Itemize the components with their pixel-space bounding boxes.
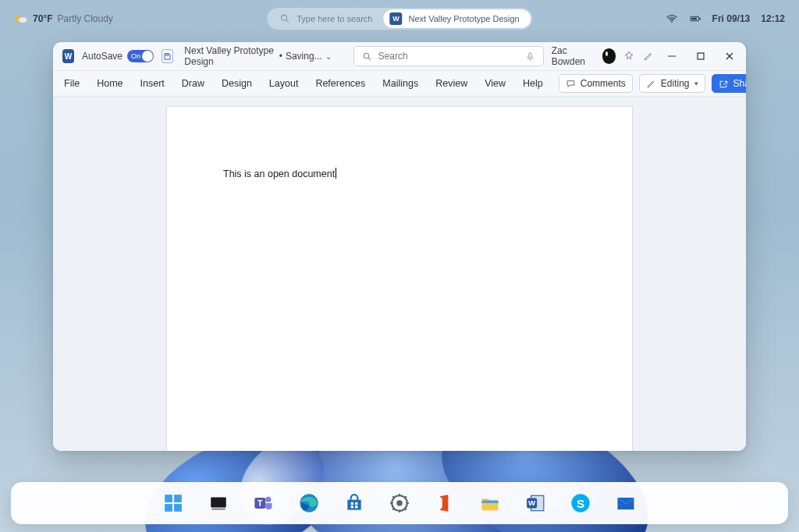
autosave-toggle[interactable]: On xyxy=(127,50,154,62)
desktop-top-bar: 70°F Partly Cloudy Type here to search W… xyxy=(0,8,799,30)
explorer-icon[interactable] xyxy=(478,491,502,515)
svg-rect-26 xyxy=(351,502,353,505)
editing-button[interactable]: Editing ▾ xyxy=(639,74,705,93)
autosave-state: On xyxy=(127,52,140,60)
svg-point-4 xyxy=(671,21,673,23)
tab-file[interactable]: File xyxy=(62,75,81,92)
maximize-button[interactable] xyxy=(691,45,712,67)
title-search[interactable]: Search xyxy=(353,46,544,66)
start-button[interactable] xyxy=(162,491,185,515)
svg-rect-17 xyxy=(174,495,182,502)
minimize-button[interactable] xyxy=(662,45,683,67)
svg-rect-40 xyxy=(482,501,499,504)
chevron-down-icon: ▾ xyxy=(694,80,698,87)
document-page[interactable]: This is an open document xyxy=(166,106,633,451)
desktop-task-pill[interactable]: W Next Valley Prototype Design xyxy=(383,9,530,28)
svg-rect-6 xyxy=(699,18,700,20)
svg-rect-27 xyxy=(355,502,357,505)
tab-mailings[interactable]: Mailings xyxy=(381,75,420,92)
svg-rect-19 xyxy=(174,504,182,512)
weather-desc: Partly Cloudy xyxy=(57,13,112,24)
comments-button[interactable]: Comments xyxy=(559,74,633,93)
weather-widget[interactable]: 70°F Partly Cloudy xyxy=(14,12,113,26)
svg-text:T: T xyxy=(257,498,263,508)
tab-home[interactable]: Home xyxy=(95,75,124,92)
desktop-time[interactable]: 12:12 xyxy=(761,13,785,24)
skype-icon[interactable]: S xyxy=(569,491,592,515)
mail-icon[interactable] xyxy=(614,491,637,515)
weather-temp: 70°F xyxy=(33,13,52,24)
weather-icon xyxy=(14,12,28,26)
mic-icon[interactable] xyxy=(525,51,535,62)
svg-rect-11 xyxy=(529,52,531,57)
svg-rect-21 xyxy=(211,509,225,510)
chevron-down-icon: ⌄ xyxy=(325,52,332,61)
svg-rect-7 xyxy=(691,18,697,20)
share-button[interactable]: Share ▾ xyxy=(712,74,747,93)
search-icon xyxy=(279,13,290,24)
task-view-button[interactable] xyxy=(207,491,230,515)
tab-design[interactable]: Design xyxy=(220,75,254,92)
settings-icon[interactable] xyxy=(388,491,411,515)
autosave-control[interactable]: AutoSave On xyxy=(82,50,154,62)
desktop-search[interactable]: Type here to search xyxy=(268,9,383,28)
tab-view[interactable]: View xyxy=(483,75,507,92)
account-name: Zac Bowden xyxy=(552,45,598,67)
svg-rect-16 xyxy=(165,495,172,502)
document-title-group[interactable]: Next Valley Prototype Design • Saving...… xyxy=(184,45,331,67)
svg-point-9 xyxy=(364,53,369,59)
tab-review[interactable]: Review xyxy=(434,75,469,92)
edge-icon[interactable] xyxy=(297,491,321,515)
svg-point-24 xyxy=(265,497,271,502)
close-button[interactable] xyxy=(719,45,740,67)
svg-line-10 xyxy=(368,58,371,60)
svg-rect-18 xyxy=(165,504,172,512)
document-area[interactable]: This is an open document xyxy=(53,97,746,451)
svg-point-2 xyxy=(282,15,287,20)
teams-icon[interactable]: T xyxy=(252,491,275,515)
document-body-text: This is an open document xyxy=(223,168,335,179)
save-icon[interactable] xyxy=(162,49,173,63)
desktop-search-task: Type here to search W Next Valley Protot… xyxy=(267,8,532,30)
tab-insert[interactable]: Insert xyxy=(139,75,166,92)
copilot-icon[interactable] xyxy=(623,50,634,62)
svg-point-1 xyxy=(19,17,27,23)
word-icon: W xyxy=(389,12,402,25)
document-status: Saving... xyxy=(286,51,322,62)
svg-line-39 xyxy=(392,509,394,510)
svg-rect-29 xyxy=(355,505,357,508)
svg-rect-20 xyxy=(211,497,226,507)
tab-layout[interactable]: Layout xyxy=(268,75,300,92)
svg-line-3 xyxy=(286,20,289,23)
battery-icon[interactable] xyxy=(689,12,701,25)
pen-icon[interactable] xyxy=(643,50,654,62)
taskbar: T W S xyxy=(11,482,788,524)
avatar xyxy=(602,48,616,64)
svg-rect-13 xyxy=(698,53,704,59)
text-cursor xyxy=(336,168,336,179)
comment-icon xyxy=(566,79,576,89)
desktop-task-label: Next Valley Prototype Design xyxy=(408,14,519,23)
store-icon[interactable] xyxy=(343,491,366,515)
office-icon[interactable] xyxy=(433,491,456,515)
word-window: W AutoSave On Next Valley Prototype Desi… xyxy=(53,42,746,451)
ribbon: File Home Insert Draw Design Layout Refe… xyxy=(53,70,746,97)
word-app-icon: W xyxy=(62,49,74,63)
desktop-search-placeholder: Type here to search xyxy=(297,14,372,23)
tab-references[interactable]: References xyxy=(314,75,367,92)
titlebar: W AutoSave On Next Valley Prototype Desi… xyxy=(53,42,746,70)
wifi-icon[interactable] xyxy=(666,12,678,25)
autosave-label: AutoSave xyxy=(82,51,123,62)
account-button[interactable]: Zac Bowden xyxy=(552,45,616,67)
desktop-date[interactable]: Fri 09/13 xyxy=(712,13,751,24)
word-taskbar-icon[interactable]: W xyxy=(524,491,547,515)
search-icon xyxy=(362,51,372,62)
svg-point-31 xyxy=(396,500,403,506)
tab-draw[interactable]: Draw xyxy=(180,75,206,92)
svg-text:W: W xyxy=(528,498,536,507)
svg-rect-28 xyxy=(351,505,353,508)
svg-line-37 xyxy=(405,509,407,510)
tab-help[interactable]: Help xyxy=(521,75,545,92)
share-icon xyxy=(719,79,729,89)
svg-rect-8 xyxy=(166,53,169,55)
